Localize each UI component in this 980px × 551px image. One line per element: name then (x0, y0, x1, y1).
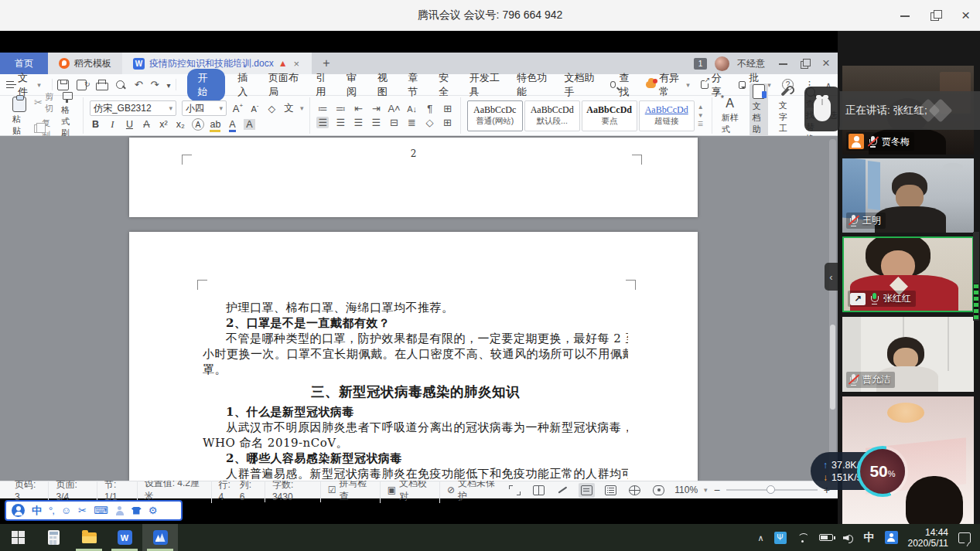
tab-close-icon[interactable]: × (292, 58, 302, 70)
shrink-font-button[interactable] (249, 102, 261, 114)
zoom-out-button[interactable]: − (714, 484, 720, 496)
print-icon[interactable] (96, 80, 108, 90)
battery-icon[interactable] (819, 534, 833, 541)
wps-close-icon[interactable] (822, 59, 831, 68)
minimize-icon[interactable] (900, 10, 910, 21)
numbered-list-button[interactable] (334, 103, 347, 114)
cloud-status-button[interactable]: 有异常 ▾ (646, 71, 689, 99)
wifi-icon[interactable] (797, 533, 809, 542)
menu-security[interactable]: 安全 (437, 70, 457, 100)
print-preview-icon[interactable] (115, 80, 127, 90)
ime-account-icon[interactable] (115, 506, 125, 515)
document-page-3[interactable]: 护理口罩、棉布口罩、海绵口罩均不推荐。 2、口罩是不是一直戴都有效？ 不管是哪种… (129, 232, 698, 481)
ime-settings-icon[interactable] (149, 505, 158, 515)
italic-button[interactable] (107, 119, 118, 131)
sort-button[interactable] (406, 103, 418, 114)
speaker-icon[interactable] (843, 533, 854, 542)
menu-start[interactable]: 开始 (187, 69, 226, 101)
justify-button[interactable] (370, 117, 382, 128)
char-scale-button[interactable] (388, 103, 400, 114)
wps-restore-icon[interactable] (801, 59, 810, 68)
ime-keyboard-icon[interactable] (94, 505, 108, 515)
ime-emoji-icon[interactable] (61, 505, 71, 515)
underline-button[interactable] (124, 119, 135, 130)
close-icon[interactable] (961, 10, 972, 21)
menu-page-layout[interactable]: 页面布局 (267, 70, 303, 100)
eye-protect-button[interactable] (650, 483, 667, 498)
taskbar-calculator[interactable] (36, 524, 71, 551)
highlight-button[interactable] (210, 119, 221, 130)
align-center-button[interactable] (334, 117, 347, 128)
taskbar-tencent-meeting[interactable] (142, 524, 178, 551)
doc-count-badge[interactable]: 1 (694, 58, 707, 70)
distribute-button[interactable] (388, 117, 400, 128)
text-effects-button[interactable] (192, 118, 204, 131)
superscript-button[interactable] (158, 119, 169, 130)
menu-section[interactable]: 章节 (406, 70, 426, 100)
menu-insert[interactable]: 插入 (236, 70, 256, 100)
usb-device-icon[interactable] (774, 532, 787, 544)
zoom-slider-knob[interactable] (767, 485, 775, 494)
edit-mode-button[interactable] (555, 483, 571, 498)
menu-special-features[interactable]: 特色功能 (515, 70, 551, 100)
menu-references[interactable]: 引用 (314, 70, 334, 100)
undo-icon[interactable] (135, 79, 143, 90)
toolbar-more-icon[interactable] (166, 79, 170, 90)
font-color-button[interactable] (227, 119, 238, 130)
ime-indicator[interactable]: 中 (864, 531, 875, 545)
menu-review[interactable]: 审阅 (345, 70, 365, 100)
paste-button[interactable]: 粘贴 (9, 94, 29, 138)
styles-scroll-down-icon[interactable]: ▼ (698, 112, 704, 119)
bullet-list-button[interactable] (316, 103, 329, 114)
video-tile-participant-4[interactable]: 曹允洁 (842, 317, 974, 392)
floating-percent-ball[interactable]: 50 % (857, 446, 908, 497)
styles-gallery-more-icon[interactable]: ☰ (698, 121, 704, 128)
menu-view[interactable]: 视图 (376, 70, 396, 100)
fullscreen-view-button[interactable] (507, 483, 523, 498)
user-avatar[interactable] (715, 56, 729, 71)
ime-punctuation-icon[interactable] (49, 505, 54, 515)
clear-format-button[interactable] (266, 103, 278, 114)
subscript-button[interactable] (175, 119, 186, 130)
grow-font-button[interactable] (232, 102, 244, 114)
styles-scroll-up-icon[interactable]: ▲ (698, 104, 704, 111)
document-scrollbar[interactable] (829, 139, 836, 478)
tray-expand-icon[interactable] (757, 532, 763, 543)
increase-indent-button[interactable] (370, 103, 382, 114)
username[interactable]: 不经意 (737, 57, 765, 70)
ime-skin-icon[interactable] (131, 507, 142, 515)
style-normal-web[interactable]: AaBbCcDc 普通(网站) (467, 100, 523, 131)
screen-share-mouse-indicator[interactable] (804, 87, 840, 131)
redo-icon[interactable] (151, 79, 159, 90)
ime-clip-icon[interactable] (78, 505, 87, 515)
zoom-value[interactable]: 110% (674, 485, 698, 495)
action-center-icon[interactable] (958, 532, 971, 543)
status-spellcheck[interactable]: 拼写检查 (321, 477, 381, 503)
align-right-button[interactable] (352, 117, 364, 128)
save-icon[interactable] (57, 80, 69, 90)
cut-button[interactable]: 剪切 (34, 91, 53, 114)
taskbar-clock[interactable]: 14:44 2020/5/11 (908, 527, 949, 549)
phonetic-guide-button[interactable] (283, 102, 295, 115)
decrease-indent-button[interactable] (352, 103, 364, 114)
status-word-count[interactable]: 字数: 3430 (265, 478, 321, 502)
menu-dev-tools[interactable]: 开发工具 (468, 70, 504, 100)
tab-docer[interactable]: 稻壳模板 (48, 53, 122, 74)
style-hyperlink[interactable]: AaBbCcDd 超链接 (639, 100, 695, 131)
menu-doc-assistant[interactable]: 文档助手 (562, 70, 599, 100)
taskbar-file-explorer[interactable] (71, 524, 107, 551)
ime-language-icon[interactable]: 中 (32, 505, 42, 515)
bold-button[interactable] (90, 119, 101, 130)
video-tile-participant-3-speaking[interactable]: 张红红 (842, 236, 974, 312)
paragraph-shading-button[interactable] (423, 117, 435, 128)
char-shading-button[interactable] (244, 119, 255, 130)
tab-settings-button[interactable] (442, 103, 454, 114)
align-left-button[interactable] (316, 117, 329, 128)
style-default-paragraph[interactable]: AaBbCcDd 默认段... (524, 100, 580, 131)
restore-icon[interactable] (930, 10, 941, 21)
two-page-view-button[interactable] (531, 483, 547, 498)
zoom-slider[interactable] (726, 489, 818, 491)
font-size-select[interactable]: 小四 ▾ (182, 100, 227, 116)
show-marks-button[interactable] (424, 103, 436, 114)
document-text[interactable]: 护理口罩、棉布口罩、海绵口罩均不推荐。 2、口罩是不是一直戴都有效？ 不管是哪种… (203, 300, 628, 481)
